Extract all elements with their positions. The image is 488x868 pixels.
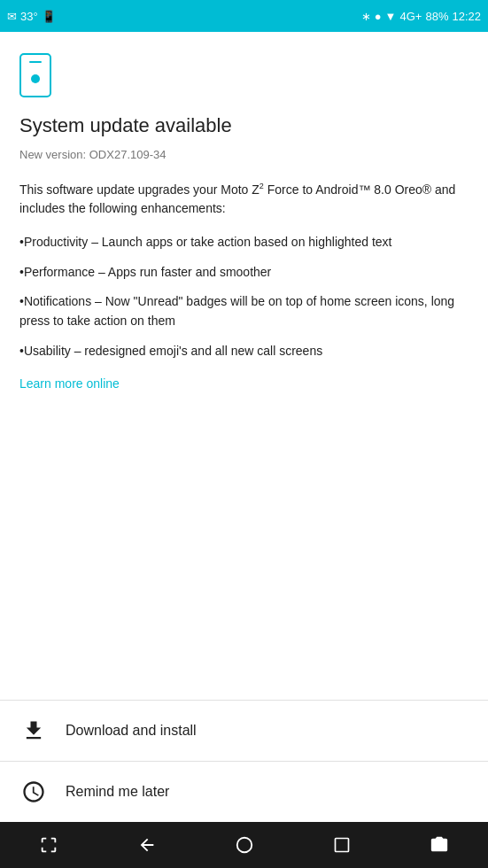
status-bar-left: ✉ 33° 📱 [7, 10, 56, 23]
feature-usability: •Usability – redesigned emoji's and all … [19, 342, 469, 361]
battery-text: 88% [425, 10, 448, 23]
recents-icon [333, 836, 351, 854]
email-icon: ✉ [7, 10, 17, 23]
page-title: System update available [19, 113, 469, 139]
time-text: 12:22 [452, 10, 481, 23]
status-bar: ✉ 33° 📱 ∗ ● ▼ 4G+ 88% 12:22 [0, 0, 488, 32]
phone-icon-inner [31, 74, 40, 83]
back-icon [137, 835, 157, 855]
feature-productivity: •Productivity – Launch apps or take acti… [19, 233, 469, 252]
remind-action[interactable]: Remind me later [0, 762, 488, 822]
camera-icon [430, 835, 449, 855]
temperature-text: 33° [20, 10, 38, 23]
learn-more-link[interactable]: Learn more online [19, 376, 120, 391]
download-action[interactable]: Download and install [0, 700, 488, 761]
location-icon: ▼ [385, 10, 397, 23]
status-bar-right: ∗ ● ▼ 4G+ 88% 12:22 [361, 10, 481, 23]
svg-point-0 [237, 838, 252, 853]
main-content: System update available New version: ODX… [0, 32, 488, 700]
phone-update-icon [19, 53, 51, 97]
clock-icon [19, 778, 48, 806]
download-icon [19, 717, 48, 745]
nav-bar [0, 822, 488, 868]
remind-label: Remind me later [66, 784, 169, 800]
feature-notifications: •Notifications – Now "Unread" badges wil… [19, 292, 469, 330]
vibrate-icon: ● [375, 10, 382, 23]
screenshot-icon [39, 835, 58, 855]
home-button[interactable] [228, 828, 261, 862]
recents-button[interactable] [326, 829, 358, 861]
sim-icon: 📱 [42, 10, 56, 23]
signal-text: 4G+ [399, 10, 422, 23]
svg-rect-1 [336, 839, 349, 852]
screenshot-button[interactable] [32, 828, 66, 862]
back-button[interactable] [130, 828, 164, 862]
phone-icon-wrapper [19, 53, 469, 97]
feature-performance: •Performance – Apps run faster and smoot… [19, 263, 469, 283]
description-text: This software update upgrades your Moto … [19, 181, 469, 219]
bottom-actions: Download and install Remind me later [0, 700, 488, 822]
home-icon [235, 835, 254, 855]
camera-button[interactable] [422, 828, 456, 862]
download-label: Download and install [66, 723, 197, 739]
version-label: New version: ODX27.109-34 [19, 148, 469, 161]
bluetooth-icon: ∗ [361, 10, 371, 23]
